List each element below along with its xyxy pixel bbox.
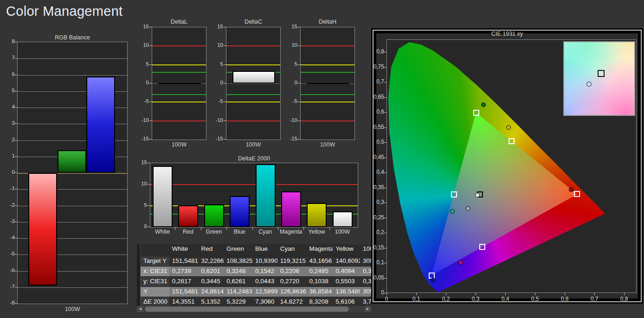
- rgb-ytick-mark: [15, 107, 17, 108]
- de-xtick-label: White: [149, 229, 176, 235]
- table-row-x-cie31[interactable]: x: CIE310,27390,62010,32480,15420,22060,…: [137, 267, 371, 277]
- gridline: [18, 287, 127, 288]
- table-cell[interactable]: 0,2720: [277, 277, 307, 287]
- de-ytick-label: 5: [134, 203, 147, 208]
- table-cell[interactable]: 24,8614: [199, 287, 224, 297]
- measured-circle-red: [569, 187, 573, 192]
- de-ytick-mark: [148, 227, 150, 227]
- delta-c-xlabel: 100W: [226, 141, 281, 148]
- table-cell[interactable]: 119,3215: [277, 256, 307, 267]
- cie-ytick-mark: [384, 203, 386, 203]
- cie-xtick-mark: [594, 293, 595, 295]
- table-cell[interactable]: 43,1656: [307, 256, 333, 267]
- de-ytick-mark: [148, 205, 150, 206]
- delta-l-chart: [152, 27, 206, 140]
- table-cell[interactable]: 309: [360, 287, 371, 297]
- table-cell[interactable]: 0,3248: [224, 267, 252, 277]
- table-cell[interactable]: 12,5899: [252, 287, 277, 297]
- row-label-cell[interactable]: Target Y: [141, 256, 169, 267]
- scrollbar-thumb[interactable]: [145, 306, 349, 312]
- de-ytick-label: 0: [134, 224, 147, 229]
- target-square-cyan: [451, 191, 457, 197]
- table-cell[interactable]: 0,3445: [199, 277, 224, 287]
- dh-ytick-label: -15: [284, 136, 297, 141]
- dc-ytick-label: 0: [210, 80, 223, 85]
- table-cell[interactable]: 0,5503: [333, 277, 360, 287]
- rgb-ytick-label: -8: [3, 300, 15, 305]
- row-header-strip[interactable]: [137, 267, 141, 277]
- cie-ytick-label: 0,1: [371, 260, 384, 265]
- table-cell[interactable]: 0,2206: [277, 267, 307, 277]
- cie-ytick-label: 0,75: [371, 64, 384, 70]
- row-label-cell: [141, 244, 169, 256]
- cie-ytick-label: 0,6: [371, 109, 384, 114]
- row-header-strip[interactable]: [137, 277, 141, 287]
- page-title: Color Management: [6, 4, 122, 19]
- table-cell[interactable]: 36,8584: [307, 287, 333, 297]
- dl-ytick-label: 5: [136, 62, 149, 67]
- table-cell[interactable]: 0,3: [360, 267, 371, 277]
- table-cell[interactable]: 140,6092: [333, 256, 360, 267]
- table-cell[interactable]: 0,6261: [224, 277, 252, 287]
- cie-ytick-label: 0,35: [371, 185, 384, 190]
- table-cell[interactable]: 114,2483: [224, 287, 252, 297]
- table-cell: White: [169, 244, 199, 256]
- table-cell[interactable]: 0,6201: [199, 267, 224, 277]
- table-cell[interactable]: 0,1542: [252, 267, 277, 277]
- limit-line-red: [301, 45, 354, 46]
- table-cell[interactable]: 0,1038: [307, 277, 333, 287]
- table-row-y[interactable]: Y151,548124,8614114,248312,5899126,86363…: [137, 287, 371, 297]
- table-row-y-cie31[interactable]: y: CIE310,28170,34450,62610,04430,27200,…: [137, 277, 371, 287]
- rgb-ytick-mark: [15, 287, 17, 287]
- table-cell[interactable]: 309: [360, 256, 371, 267]
- cie-ytick-mark: [384, 218, 386, 218]
- dl-ytick-label: 15: [136, 24, 149, 29]
- limit-line-yellow: [226, 102, 280, 102]
- cie-ytick-mark: [384, 142, 386, 143]
- dl-ytick-mark: [149, 45, 152, 46]
- table-horizontal-scrollbar[interactable]: ◄ ►: [137, 306, 371, 312]
- rgb-ytick-label: -4: [3, 235, 15, 240]
- dl-ytick-mark: [149, 121, 152, 121]
- rgb-ytick-label: 2: [3, 137, 15, 142]
- row-header-strip[interactable]: [137, 287, 141, 297]
- rgb-ytick-label: 3: [3, 121, 15, 126]
- target-square-red: [574, 191, 580, 197]
- table-cell[interactable]: 138,5480: [333, 287, 360, 297]
- delta-h-xlabel: 100W: [300, 141, 355, 148]
- row-header-strip[interactable]: [137, 256, 141, 267]
- table-cell[interactable]: 0,2739: [169, 267, 199, 277]
- table-row-target-y[interactable]: Target Y151,548132,2266108,382510,939011…: [137, 256, 371, 267]
- cie-ytick-label: 0,15: [371, 245, 384, 250]
- scroll-right-button[interactable]: ►: [365, 306, 371, 312]
- row-label-cell[interactable]: Y: [141, 287, 169, 297]
- table-cell[interactable]: 108,3825: [224, 256, 252, 267]
- table-cell[interactable]: 126,8636: [277, 287, 307, 297]
- table-cell[interactable]: 0,2817: [169, 277, 199, 287]
- dc-ytick-label: -5: [210, 99, 223, 104]
- cie-ytick-label: 0,65: [371, 95, 384, 100]
- cie-xtick-label: 0,5: [527, 297, 543, 302]
- cie-ytick-label: 0,5: [371, 140, 384, 145]
- table-cell: Magenta: [307, 244, 333, 256]
- row-label-cell[interactable]: y: CIE31: [141, 277, 169, 287]
- table-cell[interactable]: 0,0443: [252, 277, 277, 287]
- cie-ytick-mark: [384, 293, 386, 293]
- table-cell[interactable]: 10,9390: [252, 256, 277, 267]
- limit-line-yellow: [152, 64, 206, 65]
- cie-ytick-mark: [384, 82, 386, 83]
- cie-ytick-label: 0,2: [371, 230, 384, 235]
- rgb-ytick-mark: [15, 140, 17, 140]
- scroll-left-button[interactable]: ◄: [137, 306, 143, 312]
- rgb-ytick-label: -2: [3, 203, 15, 208]
- row-label-cell[interactable]: x: CIE31: [141, 267, 169, 277]
- table-cell[interactable]: 151,5481: [169, 287, 199, 297]
- table-cell[interactable]: 0,4094: [333, 267, 360, 277]
- rgb-bar-blue: [86, 76, 115, 173]
- table-cell[interactable]: 0,3: [360, 277, 371, 287]
- table-cell[interactable]: 151,5481: [169, 256, 199, 267]
- measured-circle-magenta: [458, 260, 463, 265]
- table-cell[interactable]: 32,2266: [199, 256, 224, 267]
- table-cell[interactable]: 0,2485: [307, 267, 333, 277]
- dh-ytick-label: -5: [284, 99, 297, 104]
